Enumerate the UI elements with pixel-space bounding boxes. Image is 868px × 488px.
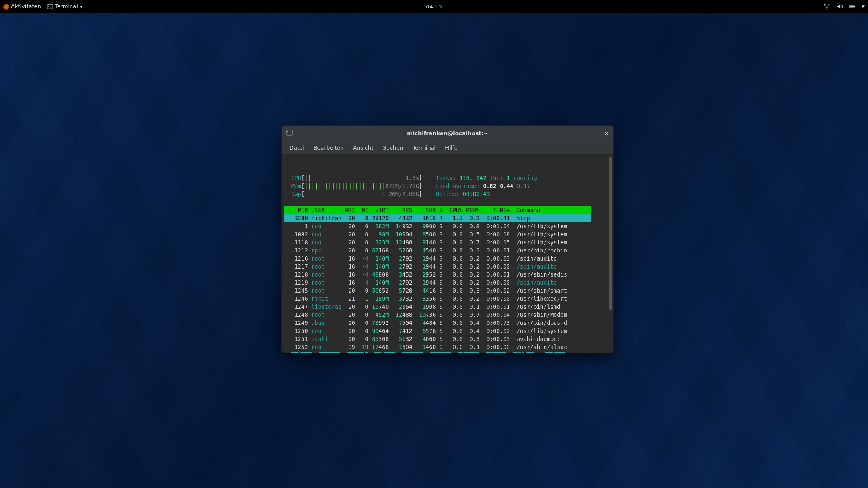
process-row[interactable]: 1246 rtkit 21 1 189M 3732 3356 S 0.0 0.2…	[284, 295, 613, 303]
process-row[interactable]: 1082 root 20 0 98M 10004 8500 S 0.0 0.5 …	[284, 230, 613, 238]
svg-rect-0	[47, 5, 53, 9]
process-row[interactable]: 1218 root 16 -4 48808 3452 2952 S 0.0 0.…	[284, 271, 613, 279]
close-button[interactable]: ✕	[604, 130, 609, 137]
process-row[interactable]: 1118 root 20 0 123M 12488 9140 S 0.0 0.7…	[284, 238, 613, 247]
process-row[interactable]: 1 root 20 0 182M 14932 9900 S 0.0 0.8 0:…	[284, 222, 613, 230]
htop-header[interactable]: PID USER PRI NI VIRT RES SHR S CPU% MEM%…	[284, 206, 591, 214]
menubar: Datei Bearbeiten Ansicht Suchen Terminal…	[282, 141, 613, 155]
window-titlebar[interactable]: michlfranken@localhost:~ ✕	[282, 126, 613, 141]
menu-terminal[interactable]: Terminal	[408, 143, 440, 152]
menu-suchen[interactable]: Suchen	[378, 143, 407, 152]
scrollbar[interactable]	[609, 157, 612, 310]
svg-rect-6	[850, 6, 854, 7]
process-row[interactable]: 1212 rpc 20 0 67168 5268 4540 S 0.0 0.3 …	[284, 247, 613, 255]
process-row[interactable]: 1250 root 20 0 90464 7412 6576 S 0.0 0.4…	[284, 327, 613, 335]
menu-hilfe[interactable]: Hilfe	[441, 143, 462, 152]
activities-button[interactable]: Aktivitäten	[3, 3, 41, 10]
htop-meters: CPU[|| 1.3%] Tasks: 116, 242 thr; 1 runn…	[284, 175, 537, 197]
process-row[interactable]: 1219 root 16 -4 140M 2792 1944 S 0.0 0.2…	[284, 279, 613, 287]
htop-fkeys: F1Help F2Setup F3SearchF4FilterF5Tree F6…	[284, 352, 565, 353]
process-row[interactable]: 1247 libstorag 20 0 19740 2064 1908 S 0.…	[284, 303, 613, 311]
app-menu[interactable]: Terminal▼	[47, 3, 83, 10]
terminal-icon	[286, 129, 293, 138]
caret-down-icon: ▼	[80, 5, 83, 9]
process-row[interactable]: 1251 avahi 20 0 85308 5132 4660 S 0.0 0.…	[284, 335, 613, 343]
htop-process-list[interactable]: 1 root 20 0 182M 14932 9900 S 0.0 0.8 0:…	[284, 222, 613, 351]
process-row[interactable]: 1248 root 20 0 452M 12488 10736 S 0.0 0.…	[284, 311, 613, 319]
process-row[interactable]: 1217 root 16 -4 140M 2792 1944 S 0.0 0.2…	[284, 263, 613, 271]
menu-bearbeiten[interactable]: Bearbeiten	[309, 143, 348, 152]
volume-icon[interactable]	[836, 3, 843, 9]
menu-datei[interactable]: Datei	[285, 143, 309, 152]
terminal-icon	[47, 4, 53, 10]
caret-down-icon[interactable]: ▼	[862, 4, 865, 8]
terminal-window: michlfranken@localhost:~ ✕ Datei Bearbei…	[281, 125, 614, 353]
clock[interactable]: 04:13	[426, 3, 442, 10]
terminal-content[interactable]: CPU[|| 1.3%] Tasks: 116, 242 thr; 1 runn…	[282, 155, 613, 353]
gnome-topbar: Aktivitäten Terminal▼ 04:13 ▼	[0, 0, 868, 13]
svg-rect-5	[854, 6, 855, 7]
window-title: michlfranken@localhost:~	[407, 130, 488, 136]
process-row[interactable]: 1216 root 16 -4 140M 2792 1944 S 0.0 0.2…	[284, 255, 613, 263]
distro-logo-icon	[3, 4, 9, 10]
menu-ansicht[interactable]: Ansicht	[349, 143, 378, 152]
htop-selected-row[interactable]: 3280 michlfran 20 0 29120 4432 3616 R 1.…	[284, 214, 591, 222]
battery-icon[interactable]	[849, 3, 856, 9]
network-icon[interactable]	[823, 3, 830, 9]
svg-rect-7	[287, 130, 292, 135]
process-row[interactable]: 1249 dbus 20 0 73992 7504 4484 S 0.0 0.4…	[284, 319, 613, 327]
process-row[interactable]: 1252 root 39 19 17468 1604 1460 S 0.0 0.…	[284, 343, 613, 351]
process-row[interactable]: 1245 root 20 0 50652 5720 4416 S 0.0 0.3…	[284, 287, 613, 295]
